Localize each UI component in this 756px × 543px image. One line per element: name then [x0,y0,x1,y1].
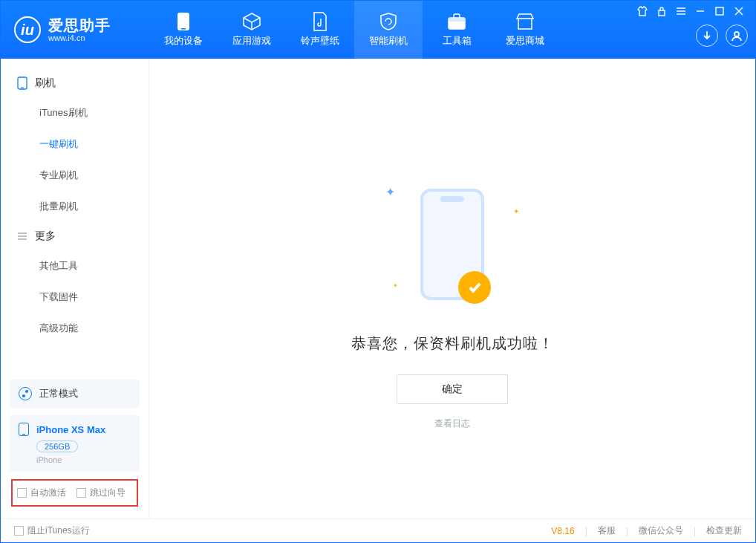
header-right [636,1,755,59]
sidebar-item-download-firmware[interactable]: 下载固件 [1,282,149,313]
device-type: iPhone [36,455,131,464]
separator: | [694,526,696,536]
sparkle-icon: ✦ [513,207,519,215]
version-label: V8.16 [551,526,574,536]
mode-icon [19,387,32,400]
app-window: iu 爱思助手 www.i4.cn 我的设备 应用游戏 铃声壁纸 智能刷机 [0,0,756,543]
minimize-icon[interactable] [694,5,706,17]
svg-rect-3 [449,18,465,22]
body: 刷机 iTunes刷机 一键刷机 专业刷机 批量刷机 更多 其他工具 下载固件 … [1,59,755,518]
sidebar-item-advanced[interactable]: 高级功能 [1,313,149,344]
nav-label: 我的设备 [164,34,203,48]
success-illustration: ✦ ✦ ✦ [356,170,549,319]
sidebar-item-other-tools[interactable]: 其他工具 [1,250,149,282]
app-logo-icon: iu [14,16,41,43]
separator: | [585,526,587,536]
nav-apps-games[interactable]: 应用游戏 [218,1,286,59]
svg-rect-0 [177,13,189,30]
download-button[interactable] [696,25,718,47]
app-subtitle: www.i4.cn [48,33,111,42]
sidebar: 刷机 iTunes刷机 一键刷机 专业刷机 批量刷机 更多 其他工具 下载固件 … [1,59,149,518]
checkbox-box [14,526,24,536]
wechat-link[interactable]: 微信公众号 [639,524,683,537]
nav-label: 智能刷机 [369,34,408,48]
lock-icon[interactable] [656,5,668,17]
nav-label: 铃声壁纸 [301,34,339,48]
shield-refresh-icon [379,12,398,31]
svg-rect-5 [716,7,723,15]
tshirt-icon[interactable] [636,5,648,17]
menu-icon[interactable] [675,5,687,17]
user-button[interactable] [726,25,748,47]
checkbox-auto-activate[interactable]: 自动激活 [17,487,66,499]
nav-label: 应用游戏 [232,34,271,48]
support-link[interactable]: 客服 [598,524,616,537]
sidebar-group-more: 更多 [1,222,149,250]
status-right: V8.16 | 客服 | 微信公众号 | 检查更新 [551,524,742,537]
nav-label: 工具箱 [443,34,472,48]
check-update-link[interactable]: 检查更新 [706,524,742,537]
sidebar-item-pro-flash[interactable]: 专业刷机 [1,160,149,191]
device-name: iPhone XS Max [36,424,105,435]
sidebar-scroll: 刷机 iTunes刷机 一键刷机 专业刷机 批量刷机 更多 其他工具 下载固件 … [1,59,149,372]
device-card[interactable]: iPhone XS Max 256GB iPhone [10,415,140,472]
group-title: 刷机 [35,77,56,90]
phone-outline-icon [17,77,27,90]
svg-rect-4 [659,10,665,16]
checkbox-box [17,488,27,498]
window-controls [636,1,748,17]
store-icon [515,12,535,31]
view-log-link[interactable]: 查看日志 [434,417,470,430]
main-content: ✦ ✦ ✦ 恭喜您，保资料刷机成功啦！ 确定 查看日志 [149,59,755,518]
nav-toolbox[interactable]: 工具箱 [423,1,491,59]
sparkle-icon: ✦ [385,185,395,199]
nav-flash[interactable]: 智能刷机 [354,1,423,59]
sparkle-icon: ✦ [393,282,398,289]
svg-rect-8 [21,88,24,88]
success-message: 恭喜您，保资料刷机成功啦！ [351,334,554,354]
sidebar-item-batch-flash[interactable]: 批量刷机 [1,191,149,222]
ok-button[interactable]: 确定 [397,374,508,404]
checkmark-badge-icon [458,271,491,304]
checkbox-label: 阻止iTunes运行 [27,524,90,537]
storage-badge: 256GB [36,440,78,452]
svg-rect-1 [181,28,186,30]
logo-area: iu 爱思助手 www.i4.cn [1,1,149,59]
maximize-icon[interactable] [714,5,726,17]
phone-icon [19,423,29,436]
checkbox-skip-guide[interactable]: 跳过向导 [76,487,126,499]
checkbox-label: 跳过向导 [90,487,126,499]
logo-text: 爱思助手 www.i4.cn [48,17,111,42]
cube-icon [242,12,261,31]
close-icon[interactable] [733,5,745,17]
checkbox-label: 自动激活 [30,487,66,499]
app-title: 爱思助手 [48,17,111,33]
checkbox-block-itunes[interactable]: 阻止iTunes运行 [14,524,90,537]
nav-ringtones[interactable]: 铃声壁纸 [286,1,354,59]
header-actions [696,17,748,59]
main-nav: 我的设备 应用游戏 铃声壁纸 智能刷机 工具箱 爱思商城 [149,1,559,59]
mode-card[interactable]: 正常模式 [10,380,140,408]
nav-label: 爱思商城 [506,34,544,48]
separator: | [626,526,628,536]
music-file-icon [310,12,330,31]
svg-point-6 [734,32,739,36]
nav-store[interactable]: 爱思商城 [491,1,559,59]
sidebar-bottom: 正常模式 iPhone XS Max 256GB iPhone 自动激活 [1,372,149,518]
checkbox-box [76,488,86,498]
sidebar-item-oneclick-flash[interactable]: 一键刷机 [1,129,149,160]
sidebar-item-itunes-flash[interactable]: iTunes刷机 [1,97,149,129]
statusbar: 阻止iTunes运行 V8.16 | 客服 | 微信公众号 | 检查更新 [1,518,755,542]
header: iu 爱思助手 www.i4.cn 我的设备 应用游戏 铃声壁纸 智能刷机 [1,1,755,59]
checkbox-row-highlighted: 自动激活 跳过向导 [11,479,138,507]
mode-label: 正常模式 [39,387,78,400]
device-top: iPhone XS Max [19,423,131,436]
sidebar-group-flash: 刷机 [1,69,149,97]
group-title: 更多 [35,230,56,243]
device-icon [174,12,193,31]
list-icon [17,232,27,241]
toolbox-icon [447,12,466,31]
nav-my-device[interactable]: 我的设备 [149,1,218,59]
